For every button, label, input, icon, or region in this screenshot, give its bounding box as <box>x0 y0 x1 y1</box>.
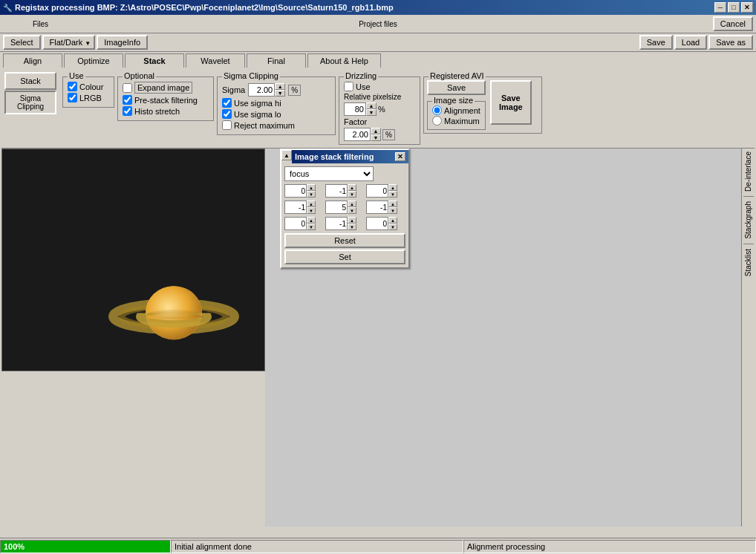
sigma-input[interactable] <box>248 83 275 97</box>
select-button[interactable]: Select <box>3 35 41 50</box>
drizzle-use-label: Use <box>356 82 371 91</box>
status-bar: 100% Initial alignment done Alignment pr… <box>0 538 756 554</box>
factor-icon: % <box>382 129 395 140</box>
sigma-clipping-btn[interactable]: SigmaClipping <box>4 91 56 114</box>
matrix-spin-down-10[interactable]: ▼ <box>307 207 316 214</box>
tab-wavelet[interactable]: Wavelet <box>186 53 245 68</box>
stacklist-label[interactable]: Stacklist <box>744 246 752 279</box>
matrix-spin-up-20[interactable]: ▲ <box>307 217 316 224</box>
flat-dark-button[interactable]: Flat/Dark ▼ <box>42 35 96 50</box>
load-button[interactable]: Load <box>674 35 707 50</box>
matrix-spin-down-21[interactable]: ▼ <box>348 224 356 230</box>
factor-spin-down[interactable]: ▼ <box>371 134 381 141</box>
pre-stack-checkbox[interactable] <box>123 95 132 105</box>
matrix-input-21[interactable] <box>325 217 348 230</box>
matrix-spin-down-00[interactable]: ▼ <box>307 191 316 198</box>
matrix-cell-21: ▲ ▼ <box>325 217 365 230</box>
deinterlace-label[interactable]: De-interlace <box>744 149 752 195</box>
matrix-spin-up-11[interactable]: ▲ <box>348 201 356 207</box>
maximize-button[interactable]: □ <box>728 2 740 13</box>
use-sigma-lo-row: Use sigma lo <box>222 109 330 119</box>
matrix-input-10[interactable] <box>284 201 307 214</box>
image-area: ▲ Image stack filtering ✕ focus sharpen … <box>1 149 755 527</box>
tab-optimize[interactable]: Optimize <box>64 53 123 68</box>
matrix-spin-up-02[interactable]: ▲ <box>388 184 397 191</box>
matrix-spin-down-01[interactable]: ▼ <box>348 191 356 198</box>
matrix-spin-down-20[interactable]: ▼ <box>307 224 316 230</box>
matrix-spin-21: ▲ ▼ <box>348 217 356 230</box>
matrix-row3: ▲ ▼ ▲ ▼ <box>284 217 405 230</box>
matrix-spin-up-22[interactable]: ▲ <box>388 217 397 224</box>
stack-sidebar: Stack SigmaClipping <box>4 72 56 114</box>
matrix-input-12[interactable] <box>366 201 388 214</box>
tab-align[interactable]: Align <box>3 53 62 68</box>
stack-btn[interactable]: Stack <box>4 72 56 90</box>
use-sigma-hi-checkbox[interactable] <box>222 98 232 108</box>
image-size-group: Image size Alignment Maximum <box>427 101 486 130</box>
expand-image-checkbox[interactable] <box>123 83 132 93</box>
image-panel <box>1 149 265 371</box>
use-sigma-lo-checkbox[interactable] <box>222 109 232 119</box>
matrix-spin-down-22[interactable]: ▼ <box>388 224 397 230</box>
set-button[interactable]: Set <box>284 250 405 264</box>
matrix-input-02[interactable] <box>366 184 388 198</box>
dialog-scroll-up[interactable]: ▲ <box>281 150 292 160</box>
right-panel: ▲ Image stack filtering ✕ focus sharpen … <box>265 149 755 527</box>
status-message2: Alignment processing <box>463 540 756 553</box>
matrix-spin-down-11[interactable]: ▼ <box>348 207 356 214</box>
matrix-input-00[interactable] <box>284 184 307 198</box>
save-button[interactable]: Save <box>639 35 673 50</box>
use-sigma-hi-label: Use sigma hi <box>234 99 281 108</box>
stackgraph-label[interactable]: Stackgraph <box>744 198 752 242</box>
matrix-cell-10: ▲ ▼ <box>284 201 324 214</box>
save-avi-button[interactable]: Save <box>427 80 486 95</box>
sigma-spin-up[interactable]: ▲ <box>275 83 285 90</box>
dialog-content: focus sharpen blur custom ▲ <box>281 163 408 267</box>
matrix-input-01[interactable] <box>325 184 348 198</box>
matrix-input-20[interactable] <box>284 217 307 230</box>
colour-checkbox[interactable] <box>68 82 77 91</box>
matrix-spin-up-21[interactable]: ▲ <box>348 217 356 224</box>
pixel-spin-up[interactable]: ▲ <box>366 102 377 109</box>
factor-input[interactable] <box>344 128 371 141</box>
matrix-row1: ▲ ▼ ▲ ▼ <box>284 184 405 198</box>
sigma-spin-down[interactable]: ▼ <box>275 90 285 97</box>
maximum-radio-row: Maximum <box>432 116 480 126</box>
reset-button[interactable]: Reset <box>284 233 405 248</box>
matrix-spin-up-00[interactable]: ▲ <box>307 184 316 191</box>
lrgb-checkbox[interactable] <box>68 93 77 102</box>
colour-checkbox-row: Colour <box>68 82 109 91</box>
pixel-spin-down[interactable]: ▼ <box>366 109 377 116</box>
matrix-spin-up-12[interactable]: ▲ <box>388 201 397 207</box>
alignment-radio[interactable] <box>432 105 442 115</box>
matrix-spin-down-12[interactable]: ▼ <box>388 207 397 214</box>
factor-spin-up[interactable]: ▲ <box>371 128 381 134</box>
matrix-spin-up-10[interactable]: ▲ <box>307 201 316 207</box>
cancel-button[interactable]: Cancel <box>713 16 753 31</box>
minimize-button[interactable]: ─ <box>714 2 726 13</box>
tab-stack[interactable]: Stack <box>125 53 184 68</box>
matrix-input-11[interactable] <box>325 201 348 214</box>
tab-about-help[interactable]: About & Help <box>307 53 381 68</box>
save-image-label: SaveImage <box>499 94 523 111</box>
tab-final[interactable]: Final <box>247 53 306 68</box>
maximum-radio[interactable] <box>432 116 442 126</box>
use-group: Use Colour LRGB <box>62 76 114 108</box>
matrix-spin-up-01[interactable]: ▲ <box>348 184 356 191</box>
title-icon: 🔧 <box>3 4 12 12</box>
factor-text-label: Factor <box>344 117 415 126</box>
matrix-input-22[interactable] <box>366 217 388 230</box>
save-as-button[interactable]: Save as <box>708 35 753 50</box>
matrix-spin-down-02[interactable]: ▼ <box>388 191 397 198</box>
dialog-close-button[interactable]: ✕ <box>395 152 405 161</box>
reject-max-checkbox[interactable] <box>222 120 232 130</box>
optional-group-label: Optional <box>123 71 156 80</box>
pixel-input[interactable] <box>344 102 366 116</box>
histo-stretch-checkbox[interactable] <box>123 106 132 116</box>
filter-select[interactable]: focus sharpen blur custom <box>284 166 374 181</box>
avi-inner: Save Image size Alignment Maximum <box>427 80 538 130</box>
drizzle-use-checkbox[interactable] <box>344 82 353 91</box>
image-info-button[interactable]: ImageInfo <box>97 35 148 50</box>
close-button[interactable]: ✕ <box>741 2 753 13</box>
save-image-button[interactable]: SaveImage <box>490 80 532 125</box>
